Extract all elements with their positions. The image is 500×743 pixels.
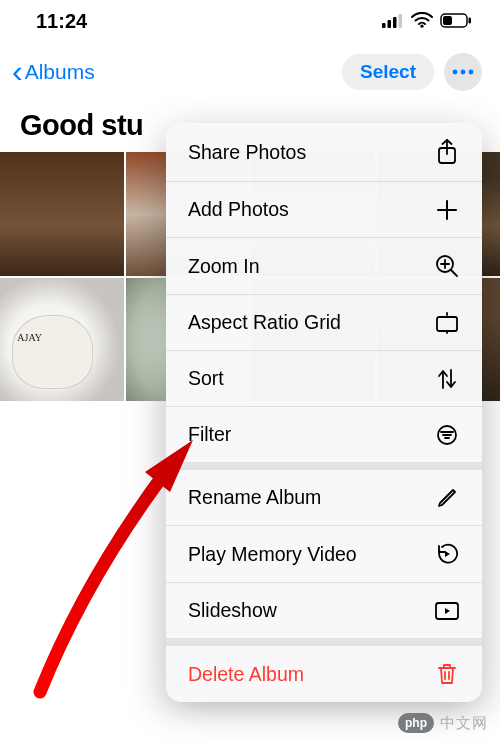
- share-icon: [434, 139, 460, 165]
- plus-icon: [434, 199, 460, 221]
- menu-item-sort[interactable]: Sort: [166, 351, 482, 407]
- sort-icon: [434, 368, 460, 390]
- menu-item-zoom-in[interactable]: Zoom In: [166, 238, 482, 295]
- menu-item-label: Sort: [188, 367, 224, 390]
- menu-item-aspect-ratio-grid[interactable]: Aspect Ratio Grid: [166, 295, 482, 351]
- cellular-icon: [382, 10, 404, 33]
- menu-item-label: Aspect Ratio Grid: [188, 311, 341, 334]
- menu-item-filter[interactable]: Filter: [166, 407, 482, 470]
- navigation-bar: ‹ Albums Select: [0, 39, 500, 95]
- wifi-icon: [411, 10, 433, 33]
- replay-icon: [434, 542, 460, 566]
- menu-item-rename-album[interactable]: Rename Album: [166, 470, 482, 526]
- svg-point-10: [469, 70, 474, 75]
- menu-item-label: Zoom In: [188, 255, 260, 278]
- svg-rect-1: [388, 20, 392, 28]
- status-bar: 11:24: [0, 0, 500, 39]
- menu-item-share-photos[interactable]: Share Photos: [166, 123, 482, 182]
- battery-icon: [440, 10, 472, 33]
- menu-item-add-photos[interactable]: Add Photos: [166, 182, 482, 238]
- svg-point-9: [461, 70, 466, 75]
- svg-rect-3: [399, 14, 403, 28]
- chevron-left-icon: ‹: [12, 55, 23, 87]
- menu-item-label: Play Memory Video: [188, 543, 357, 566]
- menu-item-delete-album[interactable]: Delete Album: [166, 646, 482, 702]
- pencil-icon: [434, 487, 460, 509]
- trash-icon: [434, 662, 460, 686]
- menu-item-label: Filter: [188, 423, 231, 446]
- menu-item-label: Slideshow: [188, 599, 277, 622]
- svg-rect-0: [382, 23, 386, 28]
- menu-item-play-memory-video[interactable]: Play Memory Video: [166, 526, 482, 583]
- aspect-icon: [434, 312, 460, 334]
- watermark: php 中文网: [398, 713, 488, 733]
- photo-thumbnail[interactable]: [0, 152, 124, 276]
- svg-rect-7: [469, 18, 472, 24]
- ellipsis-icon: [452, 69, 474, 75]
- menu-item-label: Share Photos: [188, 141, 306, 164]
- more-button[interactable]: [444, 53, 482, 91]
- context-menu: Share PhotosAdd PhotosZoom InAspect Rati…: [166, 123, 482, 702]
- svg-rect-13: [437, 317, 457, 331]
- menu-item-slideshow[interactable]: Slideshow: [166, 583, 482, 646]
- photo-thumbnail[interactable]: AJAY: [0, 278, 124, 402]
- back-label: Albums: [25, 60, 95, 84]
- menu-item-label: Rename Album: [188, 486, 321, 509]
- status-indicators: [382, 10, 472, 33]
- svg-point-4: [420, 25, 423, 28]
- select-button[interactable]: Select: [342, 54, 434, 90]
- filter-icon: [434, 424, 460, 446]
- menu-item-label: Delete Album: [188, 663, 304, 686]
- back-button[interactable]: ‹ Albums: [12, 58, 95, 87]
- svg-rect-2: [393, 17, 397, 28]
- svg-point-8: [453, 70, 458, 75]
- status-time: 11:24: [36, 10, 87, 33]
- play-rect-icon: [434, 601, 460, 621]
- menu-item-label: Add Photos: [188, 198, 289, 221]
- zoom-in-icon: [434, 254, 460, 278]
- svg-rect-6: [443, 16, 452, 25]
